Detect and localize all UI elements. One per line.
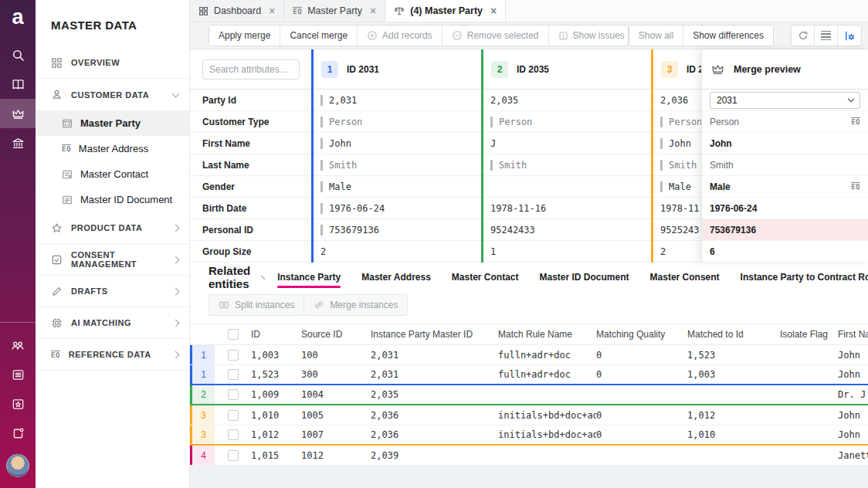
refresh-icon[interactable] bbox=[792, 25, 815, 46]
tab-master-contact[interactable]: Master Contact bbox=[452, 263, 519, 292]
sidebar-item-drafts[interactable]: DRAFTS bbox=[36, 276, 189, 307]
preview-record-select[interactable]: 2031 bbox=[710, 92, 860, 109]
users-icon[interactable] bbox=[0, 330, 36, 360]
apply-merge-button[interactable]: Apply merge bbox=[209, 25, 280, 46]
instance-row[interactable]: 3 1,010 1005 2,036 initials+bd+doc+adr 0… bbox=[190, 405, 868, 425]
record2-header[interactable]: 2 ID 2035 bbox=[481, 61, 651, 78]
close-icon[interactable]: × bbox=[269, 5, 275, 16]
close-icon[interactable]: × bbox=[370, 5, 376, 16]
row-checkbox[interactable] bbox=[215, 410, 251, 421]
column-header-first-name[interactable]: First Name bbox=[838, 329, 868, 340]
instance-row[interactable]: 4 1,015 1012 2,039 Janett bbox=[190, 446, 868, 466]
sidebar-item-customer-data[interactable]: CUSTOMER DATA bbox=[36, 79, 189, 110]
record2-value[interactable]: 1978-11-16 bbox=[481, 198, 651, 219]
record2-value[interactable]: Person bbox=[481, 111, 651, 132]
preview-row-group-size[interactable]: 6 bbox=[702, 241, 868, 263]
record3-value[interactable]: 1978-11 bbox=[651, 198, 701, 219]
row-height-icon[interactable] bbox=[815, 25, 838, 46]
column-header-isolate-flag[interactable]: Isolate Flag bbox=[780, 329, 838, 340]
sidebar-item-master-party[interactable]: Master Party bbox=[36, 110, 189, 136]
preview-row-birth-date[interactable]: 1976-06-24 bbox=[702, 198, 868, 219]
column-header-instance-party-master-id[interactable]: Instance Party Master ID bbox=[371, 329, 498, 340]
record3-header[interactable]: 3 ID 2036 bbox=[651, 61, 701, 78]
tab-master-id-document[interactable]: Master ID Document bbox=[540, 263, 629, 292]
sidebar-item-overview[interactable]: OVERVIEW bbox=[36, 47, 189, 79]
add-records-button[interactable]: Add records bbox=[358, 25, 442, 46]
record1-value[interactable]: Smith bbox=[311, 154, 481, 175]
split-instances-button[interactable]: Split instances bbox=[209, 294, 303, 316]
tab-master-party[interactable]: EQ Master Party × bbox=[284, 0, 385, 22]
column-header-matching-quality[interactable]: Matching Quality bbox=[596, 329, 687, 340]
chevron-right-icon[interactable] bbox=[261, 275, 266, 280]
sidebar-item-master-address[interactable]: EQ Master Address bbox=[36, 136, 189, 161]
record1-value[interactable]: 1976-06-24 bbox=[311, 198, 481, 219]
notifications-icon[interactable] bbox=[0, 419, 36, 448]
sidebar-item-master-id-document[interactable]: Master ID Document bbox=[36, 187, 189, 212]
tab-merge-master-party[interactable]: (4) Master Party × bbox=[385, 0, 506, 22]
sidebar-item-product-data[interactable]: PRODUCT DATA bbox=[36, 212, 189, 244]
column-header-id[interactable]: ID bbox=[251, 329, 301, 340]
tab-master-consent[interactable]: Master Consent bbox=[650, 263, 720, 292]
instance-row[interactable]: 2 1,009 1004 2,035 Dr. J bbox=[190, 385, 868, 405]
record2-value[interactable]: 1 bbox=[481, 241, 651, 262]
row-checkbox[interactable] bbox=[215, 369, 251, 380]
remove-selected-button[interactable]: Remove selected bbox=[442, 25, 549, 46]
tab-dashboard[interactable]: Dashboard × bbox=[190, 0, 284, 22]
record2-value[interactable]: Smith bbox=[481, 154, 651, 175]
preview-row-gender[interactable]: Male EQ bbox=[702, 176, 868, 198]
tab-instance-party[interactable]: Instance Party bbox=[277, 263, 341, 292]
monitoring-icon[interactable] bbox=[0, 389, 36, 419]
record1-value[interactable]: Male bbox=[311, 176, 481, 197]
record3-value[interactable]: John bbox=[651, 133, 701, 154]
column-settings-icon[interactable] bbox=[838, 25, 861, 46]
catalog-icon[interactable] bbox=[0, 360, 36, 389]
instance-row[interactable]: 1 1,003 100 2,031 fulln+adr+doc 0 1,523 … bbox=[190, 345, 868, 365]
row-checkbox[interactable] bbox=[215, 429, 251, 440]
mdm-crown-icon[interactable] bbox=[0, 99, 36, 128]
column-header-matched-to-id[interactable]: Matched to Id bbox=[687, 329, 780, 340]
search-attributes-input[interactable] bbox=[202, 59, 300, 80]
record3-value[interactable]: Person bbox=[651, 111, 701, 132]
merge-instances-button[interactable]: Merge instances bbox=[303, 294, 408, 316]
row-checkbox[interactable] bbox=[215, 389, 251, 400]
record3-value[interactable]: Male bbox=[651, 176, 701, 197]
sidebar-item-master-contact[interactable]: Master Contact bbox=[36, 161, 189, 187]
sidebar-item-ai-matching[interactable]: AI MATCHING bbox=[36, 307, 189, 339]
record1-value[interactable]: 753679136 bbox=[311, 219, 481, 240]
column-header-match-rule-name[interactable]: Match Rule Name bbox=[498, 329, 596, 340]
preview-row-personal-id[interactable]: 753679136 bbox=[702, 219, 868, 241]
preview-row-customer-type[interactable]: Person EQ bbox=[702, 111, 868, 133]
user-avatar[interactable] bbox=[6, 454, 29, 477]
eq-rule-icon[interactable]: EQ bbox=[851, 182, 860, 191]
record3-value[interactable]: 2 bbox=[651, 241, 701, 262]
show-differences-button[interactable]: Show differences bbox=[683, 25, 773, 46]
row-checkbox[interactable] bbox=[215, 450, 251, 461]
record1-value[interactable]: 2 bbox=[311, 241, 481, 262]
tab-instance-party-to-contract-role[interactable]: Instance Party to Contract Role bbox=[741, 263, 868, 292]
eq-rule-icon[interactable]: EQ bbox=[851, 117, 860, 126]
preview-row-first-name[interactable]: John bbox=[702, 133, 868, 154]
record3-value[interactable]: 9525243 bbox=[651, 219, 701, 240]
cancel-merge-button[interactable]: Cancel merge bbox=[280, 25, 358, 46]
governance-icon[interactable] bbox=[0, 128, 36, 158]
tab-master-address[interactable]: Master Address bbox=[361, 263, 431, 292]
brand-logo[interactable]: a bbox=[0, 0, 36, 34]
instance-row[interactable]: 3 1,012 1007 2,036 initials+bd+doc+adr 0… bbox=[190, 425, 868, 446]
record1-value[interactable]: 2,031 bbox=[311, 90, 481, 110]
docs-icon[interactable] bbox=[0, 69, 36, 99]
select-all-checkbox[interactable] bbox=[215, 329, 251, 340]
sidebar-item-consent-management[interactable]: CONSENT MANAGEMENT bbox=[36, 244, 189, 276]
record2-value[interactable]: 95242433 bbox=[481, 219, 651, 240]
record3-value[interactable]: 2,036 bbox=[651, 90, 701, 110]
record3-value[interactable]: Smith bbox=[651, 154, 701, 175]
close-icon[interactable]: × bbox=[490, 5, 497, 16]
record2-value[interactable] bbox=[481, 176, 651, 197]
instance-row[interactable]: 1 1,523 300 2,031 fulln+adr+doc 0 1,003 … bbox=[190, 365, 868, 385]
record1-value[interactable]: John bbox=[311, 133, 481, 154]
record1-value[interactable]: Person bbox=[311, 111, 481, 132]
search-icon[interactable] bbox=[0, 40, 36, 69]
record2-value[interactable]: 2,035 bbox=[481, 90, 651, 110]
record2-value[interactable]: J bbox=[481, 133, 651, 154]
sidebar-item-reference-data[interactable]: EQ REFERENCE DATA bbox=[36, 339, 189, 371]
show-all-button[interactable]: Show all bbox=[629, 25, 683, 46]
